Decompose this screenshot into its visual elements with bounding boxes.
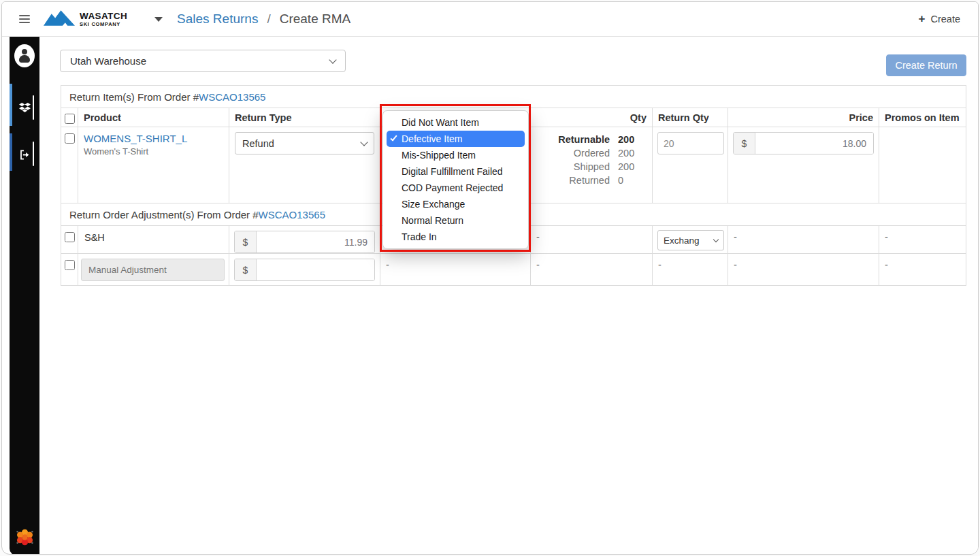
reason-option[interactable]: Did Not Want Item (383, 114, 528, 131)
sidebar-item-logout[interactable] (10, 145, 39, 164)
sh-amount-input[interactable] (257, 231, 374, 252)
manual-promos-dash: - (879, 254, 966, 286)
product-name: Women's T-Shirt (84, 146, 223, 157)
chevron-down-icon (329, 56, 336, 63)
chevron-down-icon (360, 138, 368, 146)
sh-promos-dash: - (879, 226, 966, 254)
currency-prefix: $ (235, 231, 257, 252)
brand-logo[interactable]: WASATCH SKI COMPANY (44, 9, 127, 29)
reason-option[interactable]: COD Payment Rejected (383, 180, 528, 196)
breadcrumb-separator: / (267, 12, 270, 27)
manual-row-checkbox[interactable] (65, 260, 75, 270)
sh-qty-dash: - (531, 226, 653, 254)
chevron-down-icon (713, 237, 719, 242)
app-launcher-flower-icon[interactable] (16, 528, 34, 549)
promos-cell (879, 127, 966, 203)
checkmark-icon (390, 134, 397, 142)
breadcrumb: Sales Returns / Create RMA (177, 12, 350, 27)
left-sidebar (10, 37, 39, 555)
manual-adjustment-row: $ - - - - - (61, 254, 966, 286)
manual-price-dash: - (728, 254, 879, 286)
top-header: WASATCH SKI COMPANY Sales Returns / Crea… (2, 2, 978, 37)
logout-icon (19, 150, 31, 160)
nav-caret-down-icon[interactable] (154, 17, 163, 22)
currency-prefix: $ (734, 133, 755, 154)
reason-option[interactable]: Mis-Shipped Item (383, 147, 528, 163)
product-sku-link[interactable]: WOMENS_T-SHIRT_L (84, 133, 187, 144)
items-section-header: Return Item(s) From Order #WSCAO13565 (61, 86, 966, 108)
sidebar-item-returns[interactable] (10, 98, 39, 117)
sh-price-dash: - (728, 226, 879, 254)
select-all-checkbox[interactable] (65, 114, 75, 124)
item-row-checkbox[interactable] (65, 133, 75, 144)
brand-subname: SKI COMPANY (80, 22, 127, 27)
sh-row-checkbox[interactable] (65, 232, 75, 242)
manual-amount-field: $ (234, 259, 375, 281)
manual-return-qty-dash: - (653, 254, 728, 286)
return-type-select[interactable]: Refund (235, 132, 374, 154)
order-link[interactable]: WSCAO13565 (199, 91, 265, 103)
manual-adjustment-input (81, 259, 225, 281)
manual-qty-dash: - (531, 254, 653, 286)
sh-amount-field: $ (234, 231, 375, 253)
header-create-label: Create (930, 14, 960, 24)
breadcrumb-sales-returns[interactable]: Sales Returns (177, 12, 258, 27)
col-product: Product (78, 108, 229, 127)
user-avatar[interactable] (14, 44, 35, 67)
col-price: Price (728, 108, 879, 127)
col-promos: Promos on Item (879, 108, 966, 127)
brand-name: WASATCH (80, 12, 127, 21)
price-input[interactable] (755, 133, 873, 154)
warehouse-select[interactable]: Utah Warehouse (60, 50, 346, 72)
col-return-qty: Return Qty (653, 108, 728, 127)
app-window: WASATCH SKI COMPANY Sales Returns / Crea… (1, 1, 979, 555)
reason-option[interactable]: Trade In (383, 229, 528, 245)
sh-exchange-select[interactable]: Exchang (657, 230, 724, 250)
col-qty: Qty (531, 108, 653, 127)
price-field: $ (733, 132, 874, 154)
select-all-cell (61, 108, 78, 127)
warehouse-selected-value: Utah Warehouse (70, 55, 146, 67)
reason-option[interactable]: Normal Return (383, 212, 528, 229)
reason-option-selected[interactable]: Defective Item (387, 131, 525, 147)
plus-icon: + (919, 12, 926, 26)
create-return-button[interactable]: Create Return (886, 54, 966, 76)
mountain-logo-icon (44, 9, 75, 29)
hamburger-menu-icon[interactable] (19, 13, 30, 25)
sh-label: S&H (78, 226, 229, 254)
reason-option[interactable]: Size Exchange (383, 196, 528, 212)
returns-icon (19, 103, 31, 113)
header-create-button[interactable]: + Create (919, 12, 960, 26)
user-avatar-icon (22, 49, 27, 54)
col-return-type: Return Type (229, 108, 380, 127)
manual-reason-dash: - (380, 254, 531, 286)
reason-option[interactable]: Digital Fulfillment Failed (383, 163, 528, 180)
currency-prefix: $ (235, 259, 257, 280)
page-title: Create RMA (280, 12, 351, 27)
return-qty-input[interactable] (657, 132, 724, 154)
manual-amount-input[interactable] (257, 259, 374, 280)
reason-dropdown-popup: Did Not Want Item Defective Item Mis-Shi… (382, 110, 529, 249)
order-link[interactable]: WSCAO13565 (259, 209, 325, 220)
qty-summary: Returnable200 Ordered200 Shipped200 Retu… (531, 127, 652, 187)
